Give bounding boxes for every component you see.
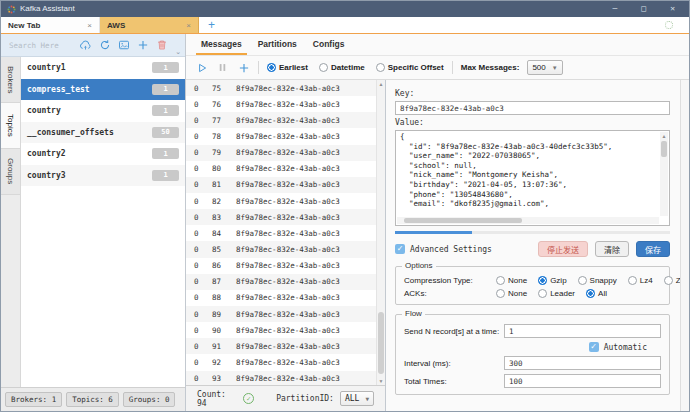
message-row[interactable]: 0898f9a78ec-832e-43ab-a0c3 (186, 306, 376, 322)
delete-icon[interactable] (155, 39, 168, 52)
radio-acks-none[interactable]: None (496, 289, 527, 298)
minimize-button[interactable]: — (613, 1, 618, 17)
acks-label: ACKs: (404, 289, 496, 298)
message-row[interactable]: 0848f9a78ec-832e-43ab-a0c3 (186, 225, 376, 241)
message-value: 8f9a78ec-832e-43ab-a0c3 (236, 293, 376, 302)
save-button[interactable]: 保存 (636, 241, 670, 257)
message-row[interactable]: 0908f9a78ec-832e-43ab-a0c3 (186, 322, 376, 338)
tab-label: AWS (107, 21, 125, 30)
message-row[interactable]: 0868f9a78ec-832e-43ab-a0c3 (186, 258, 376, 274)
maximize-button[interactable]: □ (641, 1, 646, 17)
message-row[interactable]: 0808f9a78ec-832e-43ab-a0c3 (186, 161, 376, 177)
tab-close-icon[interactable]: × (186, 21, 191, 30)
tab-partitions[interactable]: Partitions (253, 35, 302, 55)
radio-icon (586, 289, 595, 298)
add-message-icon[interactable] (237, 61, 250, 74)
new-connection-tab-button[interactable]: + (199, 17, 224, 33)
message-row[interactable]: 0918f9a78ec-832e-43ab-a0c3 (186, 338, 376, 354)
scroll-up-icon[interactable]: ▲ (660, 133, 668, 139)
message-offset: 83 (212, 213, 236, 222)
radio-offset-earliest[interactable]: Earliest (267, 63, 308, 72)
message-list-scrollbar[interactable]: ▲ ▼ (376, 80, 385, 385)
advanced-settings-checkbox[interactable]: ✓ (395, 244, 405, 254)
message-row[interactable]: 0878f9a78ec-832e-43ab-a0c3 (186, 274, 376, 290)
tab-configs[interactable]: Configs (308, 35, 350, 55)
toolbar-separator (452, 61, 453, 74)
play-icon[interactable] (195, 61, 208, 74)
action-buttons: 停止发送 清除 保存 (538, 241, 670, 257)
detail-panel-scrollbar[interactable] (680, 80, 689, 411)
interval-input[interactable] (504, 356, 661, 370)
message-row[interactable]: 0798f9a78ec-832e-43ab-a0c3 (186, 145, 376, 161)
radio-compression-gzip[interactable]: Gzip (538, 276, 566, 285)
radio-compression-snappy[interactable]: Snappy (578, 276, 617, 285)
message-partition: 0 (194, 245, 212, 254)
topic-name: country (27, 106, 61, 115)
radio-offset-datetime[interactable]: Datetime (319, 63, 365, 72)
message-row[interactable]: 0758f9a78ec-832e-43ab-a0c3 (186, 80, 376, 96)
count-label: Count: 94 (197, 390, 237, 408)
stop-sending-button[interactable]: 停止发送 (538, 241, 588, 257)
pause-icon[interactable] (216, 61, 229, 74)
value-editor[interactable]: { "id": "8f9a78ec-832e-43ab-a0c3-40defc3… (395, 130, 670, 226)
message-row[interactable]: 0938f9a78ec-832e-43ab-a0c3 (186, 371, 376, 385)
partition-id-select[interactable]: ALL ▼ (340, 391, 374, 406)
refresh-icon[interactable] (98, 39, 111, 52)
search-input[interactable] (7, 40, 73, 51)
radio-acks-all[interactable]: All (586, 289, 607, 298)
message-row[interactable]: 0828f9a78ec-832e-43ab-a0c3 (186, 193, 376, 209)
radio-label: Lz4 (640, 276, 653, 285)
scrollbar-thumb[interactable] (661, 141, 667, 157)
clear-button[interactable]: 清除 (595, 241, 629, 257)
sidebar-tab-brokers[interactable]: Brokers (1, 57, 20, 103)
close-button[interactable]: ✕ (670, 1, 675, 17)
topic-row[interactable]: country11 (21, 57, 185, 79)
message-offset: 92 (212, 358, 236, 367)
snapshot-icon[interactable] (117, 39, 130, 52)
value-json[interactable]: { "id": "8f9a78ec-832e-43ab-a0c3-40defc3… (400, 132, 658, 216)
tab-close-icon[interactable]: × (87, 21, 92, 30)
topic-row[interactable]: country31 (21, 165, 185, 187)
key-input[interactable] (395, 101, 670, 115)
message-row[interactable]: 0858f9a78ec-832e-43ab-a0c3 (186, 241, 376, 257)
sidebar-tab-groups[interactable]: Groups (1, 149, 20, 195)
toolbar-overflow-icon[interactable]: ⌄ (174, 48, 181, 56)
send-n-input[interactable] (504, 324, 661, 338)
message-row[interactable]: 0818f9a78ec-832e-43ab-a0c3 (186, 177, 376, 193)
connection-tab-new-tab[interactable]: New Tab× (1, 17, 100, 33)
message-row[interactable]: 0928f9a78ec-832e-43ab-a0c3 (186, 354, 376, 370)
scrollbar-thumb[interactable] (404, 218, 522, 223)
connection-tab-aws[interactable]: AWS× (100, 17, 199, 33)
message-row[interactable]: 0888f9a78ec-832e-43ab-a0c3 (186, 290, 376, 306)
sidebar-tab-topics[interactable]: Topics (1, 103, 20, 149)
topic-row[interactable]: country21 (21, 143, 185, 165)
radio-compression-lz4[interactable]: Lz4 (628, 276, 653, 285)
value-vertical-scrollbar[interactable]: ▲ (660, 132, 668, 216)
topic-row[interactable]: __consumer_offsets50 (21, 122, 185, 144)
topic-row[interactable]: country1 (21, 100, 185, 122)
cloud-sync-icon[interactable] (79, 39, 92, 52)
radio-label: All (598, 289, 607, 298)
message-row[interactable]: 0838f9a78ec-832e-43ab-a0c3 (186, 209, 376, 225)
max-messages-select[interactable]: 500 ▼ (527, 60, 562, 75)
topic-row[interactable]: compress_test1 (21, 79, 185, 101)
scrollbar-thumb[interactable] (378, 312, 384, 374)
status-badge: Topics: 6 (66, 392, 119, 407)
titlebar: Kafka Assistant — □ ✕ (1, 1, 689, 17)
automatic-checkbox[interactable]: ✓ (589, 342, 599, 352)
scroll-up-icon[interactable]: ▲ (377, 81, 385, 87)
total-times-input[interactable] (504, 374, 661, 388)
window-controls: — □ ✕ (613, 1, 683, 17)
message-row[interactable]: 0788f9a78ec-832e-43ab-a0c3 (186, 128, 376, 144)
radio-offset-specific-offset[interactable]: Specific Offset (376, 63, 444, 72)
radio-label: Gzip (550, 276, 566, 285)
scroll-down-icon[interactable]: ▼ (377, 378, 385, 384)
message-row[interactable]: 0778f9a78ec-832e-43ab-a0c3 (186, 112, 376, 128)
radio-acks-leader[interactable]: Leader (538, 289, 575, 298)
tab-messages[interactable]: Messages (196, 35, 247, 55)
radio-compression-none[interactable]: None (496, 276, 527, 285)
compression-type-label: Compression Type: (404, 276, 496, 285)
message-row[interactable]: 0768f9a78ec-832e-43ab-a0c3 (186, 96, 376, 112)
value-horizontal-scrollbar[interactable] (397, 217, 659, 224)
add-connection-icon[interactable] (136, 39, 149, 52)
